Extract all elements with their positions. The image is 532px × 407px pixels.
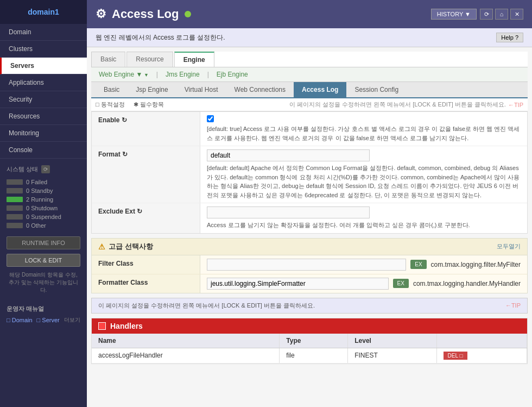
settings-bar: □ 동적설정 ✱ 필수항목 이 페이지의 설정을 수정하려면 왼쪽 메뉴에서 […: [91, 98, 528, 111]
enable-desc: [default: true] Access 로그 사용 여부를 설정한다. 가…: [207, 124, 521, 142]
formatter-class-content: EX com.tmax.logging.handler.MyHandler: [200, 274, 527, 293]
tab-engine[interactable]: Engine: [174, 52, 214, 67]
format-row: Format ↻ [default: default] Apache 에서 정의…: [92, 146, 527, 203]
inner-tabs: Basic Jsp Engine Virtual Host Web Connec…: [91, 82, 528, 98]
settings-message: 이 페이지의 설정을 수정하려면 왼쪽 메뉴에서 [LOCK & EDIT] 버…: [289, 101, 506, 109]
bottom-message: 이 페이지의 설정을 수정하려면 왼쪽 메뉴에서 [LOCK & EDIT] 버…: [91, 298, 528, 314]
advanced-title-text: 고급 선택사항: [109, 242, 153, 252]
required-mark: ✱ 필수항목: [134, 101, 164, 109]
filter-class-content: EX com.tmax.logging.filter.MyFilter: [200, 255, 527, 274]
topbar-icon-home[interactable]: ⌂: [495, 9, 508, 20]
domain-note: 해당 Domain의 항목을 수정, 추가 및는 삭제하는 기능입니다.: [7, 271, 80, 294]
tab-basic[interactable]: Basic: [91, 52, 125, 67]
system-status-header: 시스템 상태 ⟳: [0, 161, 87, 176]
topbar-icons: ⟳ ⌂ ✕: [480, 9, 523, 20]
sidebar-item-security[interactable]: Security: [0, 91, 87, 108]
filter-class-input[interactable]: [207, 259, 406, 271]
main-content: ⚙ Access Log HISTORY ▼ ⟳ ⌂ ✕ 웹 엔진 레벨에서의 …: [87, 0, 532, 407]
sidebar-item-servers[interactable]: Servers: [0, 58, 87, 74]
sidebar-item-resources[interactable]: Resources: [0, 108, 87, 125]
col-actions: [436, 334, 527, 348]
subnav-web-engine[interactable]: Web Engine ▼: [96, 70, 152, 79]
help-button[interactable]: Help ?: [496, 33, 523, 42]
content-area: Basic Resource Engine Web Engine ▼ | Jms…: [87, 47, 532, 407]
inner-tab-session-config[interactable]: Session Config: [346, 82, 407, 97]
handler-del-cell: DEL □: [436, 348, 527, 363]
filter-class-row: Filter Class EX com.tmax.logging.filter.…: [92, 255, 527, 274]
exclude-ext-content: Access 로그를 남기지 않는 확장자들을 설정한다. 여러 개를 입력하고…: [200, 203, 527, 233]
handler-del-button[interactable]: DEL □: [444, 352, 467, 360]
format-input[interactable]: [207, 149, 370, 161]
inner-tab-virtual-host[interactable]: Virtual Host: [176, 82, 226, 97]
status-suspended: 0 Suspended: [7, 212, 80, 221]
format-label: Format ↻: [92, 146, 200, 203]
advanced-toggle[interactable]: 모두열기: [497, 242, 521, 251]
handler-level: FINEST: [348, 348, 436, 363]
inner-tab-web-connections[interactable]: Web Connections: [226, 82, 294, 97]
tip-label: ←TIP: [508, 102, 523, 108]
filter-class-example-button[interactable]: EX: [410, 260, 426, 269]
topbar-icon-close[interactable]: ✕: [510, 9, 523, 20]
info-text: 웹 엔진 레벨에서의 Access 로그를 설정한다.: [96, 33, 225, 42]
col-name: Name: [92, 334, 280, 348]
enable-checkbox[interactable]: [207, 115, 214, 122]
formatter-class-label: Formatter Class: [92, 274, 200, 293]
exclude-ext-desc: Access 로그를 남기지 않는 확장자들을 설정한다. 여러 개를 입력하고…: [207, 221, 521, 230]
col-type: Type: [280, 334, 348, 348]
status-failed: 0 Failed: [7, 178, 80, 186]
handlers-section: Handlers Name Type Level accessLogFileH: [91, 318, 528, 364]
status-standby: 0 Standby: [7, 186, 80, 195]
format-desc: [default: default] Apache 에서 정의한 Common …: [207, 164, 521, 199]
col-level: Level: [348, 334, 436, 348]
lock-edit-button[interactable]: LOCK & EDIT: [7, 254, 80, 267]
status-dot: [185, 11, 191, 17]
sidebar-item-monitoring[interactable]: Monitoring: [0, 125, 87, 142]
handler-type: file: [280, 348, 348, 363]
inner-tab-jsp[interactable]: Jsp Engine: [128, 82, 176, 97]
more-link[interactable]: 더보기: [64, 316, 80, 324]
info-bar: 웹 엔진 레벨에서의 Access 로그를 설정한다. Help ?: [87, 28, 532, 47]
handlers-table: Name Type Level accessLogFileHandler fil…: [92, 334, 527, 364]
page-title: ⚙ Access Log: [96, 7, 191, 21]
sidebar-item-clusters[interactable]: Clusters: [0, 41, 87, 58]
sidebar-item-domain[interactable]: Domain: [0, 24, 87, 41]
sidebar-item-console[interactable]: Console: [0, 142, 87, 159]
enable-row: Enable ↻ [default: true] Access 로그 사용 여부…: [92, 112, 527, 146]
sidebar-domain[interactable]: domain1: [0, 0, 87, 24]
main-tabs: Basic Resource Engine: [91, 52, 528, 67]
topbar-icon-refresh[interactable]: ⟳: [480, 9, 493, 20]
subnav-jms-engine[interactable]: Jms Engine: [162, 70, 203, 79]
filter-class-example-value: com.tmax.logging.filter.MyFilter: [431, 261, 521, 268]
subnav-ejb-engine[interactable]: Ejb Engine: [213, 70, 251, 79]
tab-resource[interactable]: Resource: [126, 52, 173, 67]
inner-tab-access-log[interactable]: Access Log: [294, 82, 346, 97]
title-icon: ⚙: [96, 7, 106, 21]
advanced-header: ⚠ 고급 선택사항 모두열기: [92, 239, 527, 255]
exclude-ext-row: Exclude Ext ↻ Access 로그를 남기지 않는 확장자들을 설정…: [92, 203, 527, 233]
handlers-title-icon: [98, 322, 106, 330]
status-shutdown: 0 Shutdown: [7, 204, 80, 212]
dynamic-settings-label: □ 동적설정: [96, 101, 125, 109]
exclude-ext-label: Exclude Ext ↻: [92, 203, 200, 233]
system-status-refresh[interactable]: ⟳: [41, 165, 50, 173]
filter-class-label: Filter Class: [92, 255, 200, 274]
table-row: accessLogFileHandler file FINEST DEL □: [92, 348, 527, 363]
topbar: ⚙ Access Log HISTORY ▼ ⟳ ⌂ ✕: [87, 0, 532, 28]
sidebar-item-applications[interactable]: Applications: [0, 74, 87, 91]
topbar-right: HISTORY ▼ ⟳ ⌂ ✕: [431, 9, 523, 20]
status-list: 0 Failed 0 Standby 2 Running 0 Shutdown …: [0, 176, 87, 232]
formatter-class-example-value: com.tmax.logging.handler.MyHandler: [413, 280, 521, 287]
enable-label: Enable ↻: [92, 112, 200, 146]
history-button[interactable]: HISTORY ▼: [431, 9, 477, 20]
sub-nav: Web Engine ▼ | Jms Engine | Ejb Engine: [91, 67, 528, 82]
exclude-ext-input[interactable]: [207, 206, 370, 218]
op-link-domain[interactable]: □ Domain: [7, 317, 33, 323]
runtime-info-button[interactable]: RUNTIME INFO: [7, 236, 80, 249]
formatter-class-example-button[interactable]: EX: [393, 279, 409, 288]
status-other: 0 Other: [7, 221, 80, 230]
formatter-class-input[interactable]: [207, 278, 389, 290]
op-manual-title: 운영자 매뉴얼: [0, 300, 87, 315]
inner-tab-basic[interactable]: Basic: [96, 82, 128, 97]
op-link-server[interactable]: □ Server: [37, 317, 60, 323]
op-manual-links: □ Domain □ Server 더보기: [0, 315, 87, 325]
